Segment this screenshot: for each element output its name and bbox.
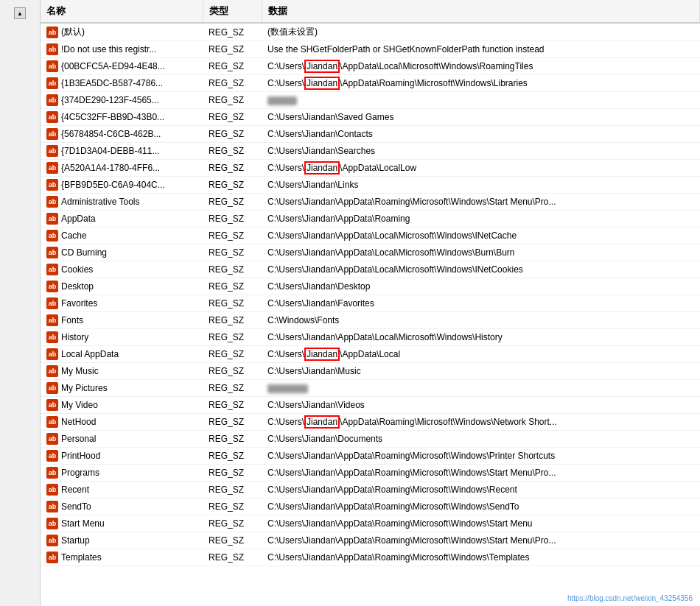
table-row[interactable]: abMy PicturesREG_SZ (41, 380, 700, 397)
row-type-cell: REG_SZ (203, 244, 262, 261)
table-row[interactable]: abStart MenuREG_SZC:\Users\Jiandan\AppDa… (41, 515, 700, 532)
row-type-cell: REG_SZ (203, 194, 262, 211)
reg-icon: ab (46, 450, 58, 462)
row-name-text: Programs (61, 468, 99, 478)
table-row[interactable]: ab{1B3EA5DC-B587-4786...REG_SZC:\Users\J… (41, 75, 700, 92)
row-name-cell: abLocal AppData (41, 346, 203, 362)
table-row[interactable]: ab{4C5C32FF-BB9D-43B0...REG_SZC:\Users\J… (41, 109, 700, 126)
table-row[interactable]: ab{7D1D3A04-DEBB-411...REG_SZC:\Users\Ji… (41, 143, 700, 160)
row-name-text: History (61, 332, 88, 342)
table-row[interactable]: abMy VideoREG_SZC:\Users\Jiandan\Videos (41, 397, 700, 414)
row-data-cell: C:\Users\Jiandan\AppData\Roaming\Microso… (262, 75, 700, 92)
table-row[interactable]: abHistoryREG_SZC:\Users\Jiandan\AppData\… (41, 329, 700, 346)
row-type-cell: REG_SZ (203, 211, 262, 228)
row-name-text: Startup (61, 535, 90, 546)
row-name-text: My Video (61, 400, 98, 410)
reg-icon: ab (46, 501, 58, 512)
scroll-up-button[interactable]: ▲ (14, 7, 26, 19)
table-row[interactable]: abDesktopREG_SZC:\Users\Jiandan\Desktop (41, 278, 700, 295)
row-name-text: Administrative Tools (61, 197, 140, 207)
reg-icon: ab (46, 145, 58, 157)
row-data-cell: C:\Users\Jiandan\AppData\Local\Microsoft… (262, 58, 700, 75)
table-row[interactable]: abFavoritesREG_SZC:\Users\Jiandan\Favori… (41, 295, 700, 312)
row-type-cell: REG_SZ (203, 312, 262, 329)
row-type-cell: REG_SZ (203, 261, 262, 278)
table-row[interactable]: abTemplatesREG_SZC:\Users\Jiandan\AppDat… (41, 549, 700, 566)
row-type-cell: REG_SZ (203, 41, 262, 58)
row-name-text: {00BCFC5A-ED94-4E48... (61, 61, 165, 71)
row-name-cell: abStartup (41, 532, 203, 549)
table-row[interactable]: abAppDataREG_SZC:\Users\Jiandan\AppData\… (41, 211, 700, 228)
row-name-text: PrintHood (61, 451, 100, 461)
col-type-header[interactable]: 类型 (203, 0, 262, 23)
table-row[interactable]: abSendToREG_SZC:\Users\Jiandan\AppData\R… (41, 498, 700, 515)
row-name-cell: abTemplates (41, 549, 203, 566)
table-row[interactable]: abStartupREG_SZC:\Users\Jiandan\AppData\… (41, 532, 700, 549)
table-row[interactable]: abRecentREG_SZC:\Users\Jiandan\AppData\R… (41, 482, 700, 498)
col-data-header[interactable]: 数据 (262, 0, 700, 23)
row-data-cell: C:\Users\Jiandan\Contacts (262, 126, 700, 143)
table-row[interactable]: ab{A520A1A4-1780-4FF6...REG_SZC:\Users\J… (41, 160, 700, 177)
row-data-cell: C:\Users\Jiandan\AppData\Roaming\Microso… (262, 482, 700, 498)
table-row[interactable]: ab{00BCFC5A-ED94-4E48...REG_SZC:\Users\J… (41, 58, 700, 75)
row-name-cell: abHistory (41, 329, 203, 345)
table-row[interactable]: ab{374DE290-123F-4565...REG_SZ (41, 92, 700, 109)
row-data-cell: C:\Users\Jiandan\AppData\Local\Microsoft… (262, 228, 700, 244)
row-data-cell: C:\Users\Jiandan\AppData\Local\Microsoft… (262, 261, 700, 278)
reg-icon: ab (46, 297, 58, 309)
row-data-cell: C:\Users\Jiandan\AppData\Roaming\Microso… (262, 515, 700, 532)
reg-icon: ab (46, 399, 58, 411)
table-row[interactable]: abCD BurningREG_SZC:\Users\Jiandan\AppDa… (41, 244, 700, 261)
row-name-cell: ab{4C5C32FF-BB9D-43B0... (41, 109, 203, 125)
row-type-cell: REG_SZ (203, 75, 262, 92)
col-name-header[interactable]: 名称 (41, 0, 203, 23)
highlight-word: Jiandan (304, 77, 340, 90)
table-row[interactable]: ab!Do not use this registr...REG_SZUse t… (41, 41, 700, 58)
row-name-cell: abMy Music (41, 363, 203, 379)
table-row[interactable]: abPersonalREG_SZC:\Users\Jiandan\Documen… (41, 431, 700, 448)
row-name-cell: ab{BFB9D5E0-C6A9-404C... (41, 177, 203, 193)
table-row[interactable]: ab{BFB9D5E0-C6A9-404C...REG_SZC:\Users\J… (41, 177, 700, 194)
reg-icon: ab (46, 348, 58, 360)
row-name-cell: abRecent (41, 482, 203, 498)
table-row[interactable]: abLocal AppDataREG_SZC:\Users\Jiandan\Ap… (41, 346, 700, 363)
row-type-cell: REG_SZ (203, 465, 262, 482)
table-row[interactable]: ab(默认)REG_SZ(数值未设置) (41, 23, 700, 41)
row-name-cell: abAdministrative Tools (41, 194, 203, 210)
row-data-cell (262, 380, 700, 397)
registry-table-area[interactable]: 名称 类型 数据 ab(默认)REG_SZ(数值未设置)ab!Do not us… (41, 0, 700, 606)
row-name-text: AppData (61, 214, 96, 224)
row-name-cell: abMy Video (41, 397, 203, 413)
row-type-cell: REG_SZ (203, 228, 262, 244)
row-type-cell: REG_SZ (203, 143, 262, 160)
row-name-text: !Do not use this registr... (61, 44, 156, 54)
table-row[interactable]: abMy MusicREG_SZC:\Users\Jiandan\Music (41, 363, 700, 380)
table-row[interactable]: abAdministrative ToolsREG_SZC:\Users\Jia… (41, 194, 700, 211)
registry-table: 名称 类型 数据 ab(默认)REG_SZ(数值未设置)ab!Do not us… (41, 0, 700, 566)
row-name-text: SendTo (61, 501, 91, 512)
table-row[interactable]: abProgramsREG_SZC:\Users\Jiandan\AppData… (41, 465, 700, 482)
highlight-word: Jiandan (304, 415, 340, 429)
row-name-cell: abFonts (41, 312, 203, 328)
table-row[interactable]: abPrintHoodREG_SZC:\Users\Jiandan\AppDat… (41, 448, 700, 465)
reg-icon: ab (46, 27, 58, 38)
reg-icon: ab (46, 162, 58, 174)
table-row[interactable]: abCookiesREG_SZC:\Users\Jiandan\AppData\… (41, 261, 700, 278)
row-name-cell: abCache (41, 228, 203, 244)
reg-icon: ab (46, 230, 58, 242)
row-name-cell: abDesktop (41, 278, 203, 295)
row-name-text: (默认) (61, 26, 85, 38)
row-name-text: Desktop (61, 281, 94, 292)
table-row[interactable]: abFontsREG_SZC:\Windows\Fonts (41, 312, 700, 329)
row-name-cell: abSendTo (41, 498, 203, 515)
reg-icon: ab (46, 179, 58, 191)
row-name-text: {374DE290-123F-4565... (61, 95, 159, 105)
row-data-cell: C:\Users\Jiandan\Documents (262, 431, 700, 448)
main-container: ▲ 名称 类型 数据 ab(默认)REG_SZ(数值未设置)ab!Do not … (0, 0, 700, 606)
row-type-cell: REG_SZ (203, 346, 262, 363)
table-row[interactable]: ab{56784854-C6CB-462B...REG_SZC:\Users\J… (41, 126, 700, 143)
reg-icon: ab (46, 60, 58, 72)
table-row[interactable]: abNetHoodREG_SZC:\Users\Jiandan\AppData\… (41, 414, 700, 431)
row-type-cell: REG_SZ (203, 329, 262, 346)
table-row[interactable]: abCacheREG_SZC:\Users\Jiandan\AppData\Lo… (41, 228, 700, 244)
